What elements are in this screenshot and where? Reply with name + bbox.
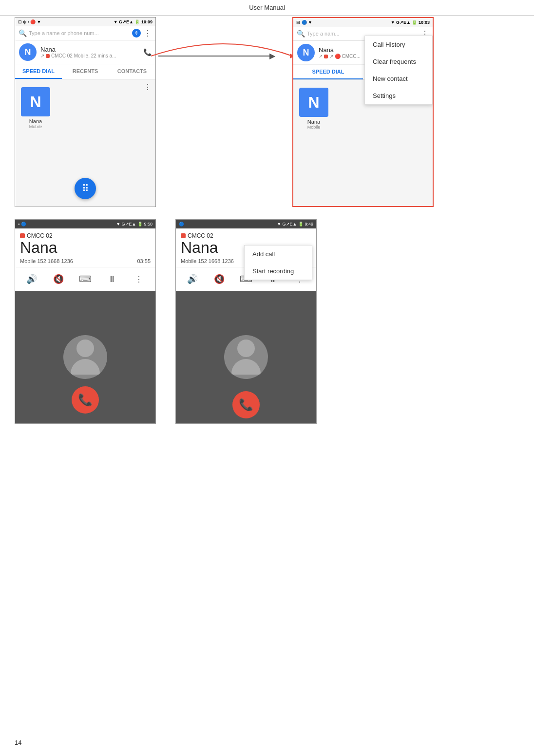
screen2-phone-app: ⊟ 🔵 ▼ ▼ G↗E▲ 🔋 10:03 🔍 Type a nam... ⋮ N…: [292, 17, 434, 207]
screen1-tabs: SPEED DIAL RECENTS CONTACTS: [15, 64, 155, 79]
screen2-search-icon: 🔍: [296, 29, 305, 38]
screen3-status-left: ▪ 🔵: [18, 222, 26, 227]
screen1-phone-app: ⊟ ψ ▪ 🔴 ▼ ▼ G↗E▲ 🔋 10:09 🔍 Type a name o…: [15, 17, 156, 207]
screen2-status-left: ⊟ 🔵 ▼: [296, 20, 312, 25]
screen4-status-bar: 🔵 ▼ G↗E▲ 🔋 9:49: [176, 220, 316, 228]
dropdown-new-contact[interactable]: New contact: [365, 70, 432, 87]
screen2-speed-dial-subtitle: Mobile: [307, 125, 321, 130]
screen3-carrier: CMCC 02: [20, 232, 151, 239]
tab-recents[interactable]: RECENTS: [62, 64, 109, 79]
screen1-speed-dial-name: Nana: [29, 118, 42, 124]
screen2-call-detail-text: ↗ 🔴 CMCC...: [329, 54, 361, 59]
screen3-keypad-btn[interactable]: ⌨: [77, 271, 93, 287]
screen2-status-bar: ⊟ 🔵 ▼ ▼ G↗E▲ 🔋 10:03: [293, 18, 433, 27]
dialpad-icon: ⠿: [82, 183, 89, 194]
tab-speed-dial[interactable]: SPEED DIAL: [15, 64, 62, 79]
page-header: User Manual: [0, 0, 534, 16]
screen2-speed-dial-avatar: N: [299, 88, 328, 117]
screen3-contact-name: Nana: [20, 239, 151, 256]
screen2-speed-dial-name: Nana: [307, 119, 320, 125]
dialpad-fab[interactable]: ⠿: [75, 178, 96, 199]
dropdown-call-history[interactable]: Call History: [365, 36, 432, 53]
screen4-add-call[interactable]: Add call: [245, 246, 312, 263]
screen1-recent-call[interactable]: N Nana ↗ CMCC 02 Mobile, 22 mins a... 📞: [15, 40, 155, 64]
screen3-mute-btn[interactable]: 🔇: [51, 271, 66, 287]
screen4-carrier-dot: [181, 233, 186, 238]
screen3-call-controls: 🔊 🔇 ⌨ ⏸ ⋮: [15, 267, 155, 291]
page-number: 14: [15, 739, 21, 746]
screen1-call-arrow: ↗: [40, 53, 44, 58]
search-icon: 🔍: [18, 29, 27, 38]
screen4-end-call-btn[interactable]: 📞: [232, 391, 260, 418]
screen1-speed-dial-avatar: N: [21, 87, 50, 116]
screen4-phone-number: Mobile 152 1668 1236: [181, 258, 234, 264]
screen1-contact-name: Nana: [40, 46, 143, 53]
screen1-speed-dial-more[interactable]: ⋮: [144, 82, 152, 92]
screen3-phone-icon: 📞: [78, 393, 93, 407]
screen2-dropdown-menu: Call History Clear frequents New contact…: [364, 36, 433, 105]
screen3-avatar-head: [76, 340, 94, 357]
screen4-carrier: CMCC 02: [181, 232, 311, 239]
screen2-call-arrow: ↗: [319, 54, 323, 59]
screen2-carrier-dot: [324, 55, 328, 58]
screen3-number-time: Mobile 152 1668 1236 03:55: [20, 258, 151, 264]
screen2-status-right: ▼ G↗E▲ 🔋 10:03: [391, 20, 430, 25]
screen3-phone-number: Mobile 152 1668 1236: [20, 258, 73, 264]
screen1-call-info: Nana ↗ CMCC 02 Mobile, 22 mins a...: [40, 46, 143, 58]
screen2-status-icons: ⊟ 🔵 ▼: [296, 20, 312, 25]
screen4-start-recording[interactable]: Start recording: [245, 263, 312, 280]
screen1-call-detail: ↗ CMCC 02 Mobile, 22 mins a...: [40, 53, 143, 58]
screen1-status-icons: ⊟ ψ ▪ 🔴 ▼: [18, 19, 41, 24]
screen3-hold-btn[interactable]: ⏸: [104, 271, 120, 287]
screen3-end-call-btn[interactable]: 📞: [72, 386, 99, 414]
screen1-call-back-icon[interactable]: 📞: [143, 48, 152, 56]
screen4-status-left: 🔵: [179, 222, 184, 227]
screen3-call-header: CMCC 02 Nana Mobile 152 1668 1236 03:55: [15, 228, 155, 267]
mic-icon[interactable]: 🎙: [132, 29, 141, 38]
screen1-status-left: ⊟ ψ ▪ 🔴 ▼: [18, 19, 41, 24]
screen2-tab-speed-dial[interactable]: SPEED DIAL: [293, 65, 363, 79]
screen3-more-btn[interactable]: ⋮: [131, 271, 147, 287]
screen1-search-bar[interactable]: 🔍 Type a name or phone num... 🎙 ⋮: [15, 26, 155, 40]
screen2-contact-avatar: N: [297, 44, 315, 61]
screen3-duration: 03:55: [137, 258, 151, 264]
screen4-call-avatar-area: 📞: [176, 291, 316, 423]
screen4-status-right: ▼ G↗E▲ 🔋 9:49: [277, 222, 313, 227]
screen4-avatar-head: [237, 340, 255, 357]
screen1-call-detail-text: CMCC 02 Mobile, 22 mins a...: [51, 53, 116, 58]
screen2-speed-dial-contact[interactable]: N Nana Mobile: [299, 88, 328, 130]
screen4-phone-icon: 📞: [239, 398, 253, 412]
screen3-contact-avatar-img: [63, 335, 107, 379]
screen3-active-call: ▪ 🔵 ▼ G↗E▲ 🔋 9:50 CMCC 02 Nana Mobile 15…: [15, 219, 156, 424]
screen1-status-bar: ⊟ ψ ▪ 🔴 ▼ ▼ G↗E▲ 🔋 10:09: [15, 18, 155, 26]
screen1-speed-dial-subtitle: Mobile: [29, 124, 42, 129]
screen3-call-avatar-area: 📞: [15, 291, 155, 423]
screen1-speed-dial-contact[interactable]: N Nana Mobile: [21, 87, 50, 129]
screen4-speaker-btn[interactable]: 🔊: [185, 271, 200, 287]
dropdown-clear-frequents[interactable]: Clear frequents: [365, 53, 432, 70]
screen1-status-right: ▼ G↗E▲ 🔋 10:09: [114, 19, 153, 24]
screen1-search-input[interactable]: Type a name or phone num...: [27, 29, 132, 37]
dropdown-settings[interactable]: Settings: [365, 87, 432, 104]
screen4-active-call-menu: 🔵 ▼ G↗E▲ 🔋 9:49 CMCC 02 Nana Mobile 152 …: [175, 219, 317, 424]
screen4-mute-btn[interactable]: 🔇: [211, 271, 227, 287]
screen3-carrier-dot: [20, 233, 25, 238]
screen1-time: ▼ G↗E▲ 🔋 10:09: [114, 19, 153, 24]
screen4-popup-menu: Add call Start recording: [244, 245, 312, 280]
screen1-speed-dial-area: ⋮ N Nana Mobile ⠿: [15, 79, 155, 207]
screen3-status-right: ▼ G↗E▲ 🔋 9:50: [116, 222, 153, 227]
arrow-decoration: [151, 27, 297, 85]
screen4-contact-avatar-img: [224, 335, 268, 379]
screen2-time: ▼ G↗E▲ 🔋 10:03: [391, 20, 430, 25]
screen3-status-bar: ▪ 🔵 ▼ G↗E▲ 🔋 9:50: [15, 220, 155, 228]
screen3-speaker-btn[interactable]: 🔊: [24, 271, 39, 287]
screen3-avatar-body: [71, 359, 100, 375]
header-title: User Manual: [249, 4, 285, 11]
screen4-avatar-body: [231, 359, 261, 375]
screen1-carrier-dot: [46, 54, 50, 58]
screen1-contact-avatar: N: [19, 43, 37, 61]
tab-contacts[interactable]: CONTACTS: [109, 64, 155, 79]
